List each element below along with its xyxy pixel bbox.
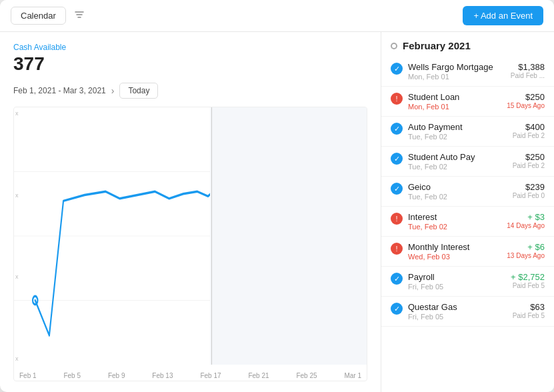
transaction-amount: + $2,752 <box>511 272 545 282</box>
transaction-right: $25015 Days Ago <box>507 92 545 109</box>
transaction-details: GeicoTue, Feb 02 <box>408 182 507 201</box>
chart-svg <box>14 107 367 365</box>
check-icon: ✓ <box>391 273 403 285</box>
alert-icon: ! <box>391 243 403 255</box>
nav-forward-button[interactable]: › <box>111 85 115 96</box>
transaction-status: Paid Feb 2 <box>513 162 545 169</box>
transaction-right: $239Paid Feb 0 <box>513 182 545 199</box>
transaction-name: Wells Fargo Mortgage <box>408 62 505 72</box>
transaction-status: Paid Feb ... <box>511 72 545 79</box>
left-panel: Cash Available 377 Feb 1, 2021 - Mar 3, … <box>0 32 381 392</box>
transaction-amount: $63 <box>530 302 545 312</box>
transaction-status: Paid Feb 2 <box>513 132 545 139</box>
transaction-item[interactable]: ✓Questar GasFri, Feb 05$63Paid Feb 5 <box>381 297 554 327</box>
main-content: Cash Available 377 Feb 1, 2021 - Mar 3, … <box>0 32 554 392</box>
transaction-status: 15 Days Ago <box>507 102 545 109</box>
cash-label: Cash Available <box>13 43 367 52</box>
transaction-details: Questar GasFri, Feb 05 <box>408 302 507 321</box>
transaction-details: PayrollFri, Feb 05 <box>408 272 505 291</box>
right-panel: February 2021 ✓Wells Fargo MortgageMon, … <box>381 32 554 392</box>
x-label: Feb 21 <box>248 372 269 379</box>
transaction-name: Questar Gas <box>408 302 507 312</box>
transaction-amount: $400 <box>525 122 545 132</box>
check-icon: ✓ <box>391 63 403 75</box>
month-header: February 2021 <box>381 32 554 57</box>
chart-area: Today x x x x <box>13 107 367 381</box>
transaction-item[interactable]: !Monthly InterestWed, Feb 03+ $613 Days … <box>381 237 554 267</box>
transaction-amount: $250 <box>525 152 545 162</box>
transaction-date: Fri, Feb 05 <box>408 313 507 321</box>
transaction-details: Student Auto PayTue, Feb 02 <box>408 152 507 171</box>
transaction-item[interactable]: !Student LoanMon, Feb 01$25015 Days Ago <box>381 87 554 117</box>
transaction-amount: $1,388 <box>518 62 545 72</box>
transaction-name: Student Auto Pay <box>408 152 507 162</box>
transaction-status: Paid Feb 5 <box>513 312 545 319</box>
transaction-details: Monthly InterestWed, Feb 03 <box>408 242 501 261</box>
transaction-date: Tue, Feb 02 <box>408 193 507 201</box>
transaction-date: Mon, Feb 01 <box>408 103 501 111</box>
cash-amount: 377 <box>13 53 45 74</box>
transaction-details: Auto PaymentTue, Feb 02 <box>408 122 507 141</box>
transaction-amount: $250 <box>525 92 545 102</box>
transaction-right: + $613 Days Ago <box>507 242 545 259</box>
filter-icon[interactable] <box>71 7 87 25</box>
today-line <box>211 107 212 365</box>
today-button[interactable]: Today <box>119 83 158 99</box>
transaction-right: + $2,752Paid Feb 5 <box>511 272 545 289</box>
x-label: Feb 17 <box>200 372 221 379</box>
alert-icon: ! <box>391 93 403 105</box>
month-title: February 2021 <box>403 40 471 51</box>
transaction-status: 13 Days Ago <box>507 252 545 259</box>
x-label: Feb 5 <box>63 372 81 379</box>
transaction-date: Tue, Feb 02 <box>408 133 507 141</box>
transaction-name: Payroll <box>408 272 505 282</box>
transaction-date: Tue, Feb 02 <box>408 223 501 231</box>
transaction-right: $63Paid Feb 5 <box>513 302 545 319</box>
transaction-name: Monthly Interest <box>408 242 501 252</box>
transaction-right: $1,388Paid Feb ... <box>511 62 545 79</box>
add-event-button[interactable]: + Add an Event <box>463 6 543 25</box>
x-axis-labels: Feb 1 Feb 5 Feb 9 Feb 13 Feb 17 Feb 21 F… <box>14 371 367 381</box>
transaction-item[interactable]: ✓PayrollFri, Feb 05+ $2,752Paid Feb 5 <box>381 267 554 297</box>
top-bar: Calendar + Add an Event <box>0 0 554 32</box>
x-label: Feb 13 <box>152 372 173 379</box>
x-label: Feb 25 <box>296 372 317 379</box>
check-icon: ✓ <box>391 123 403 135</box>
transaction-right: $250Paid Feb 2 <box>513 152 545 169</box>
transaction-item[interactable]: ✓GeicoTue, Feb 02$239Paid Feb 0 <box>381 177 554 207</box>
cash-value: 377 <box>13 53 367 75</box>
x-label: Mar 1 <box>344 372 361 379</box>
transaction-item[interactable]: ✓Wells Fargo MortgageMon, Feb 01$1,388Pa… <box>381 57 554 87</box>
app-window: Calendar + Add an Event Cash Available 3… <box>0 0 554 392</box>
transaction-right: + $314 Days Ago <box>507 212 545 229</box>
transaction-amount: + $6 <box>527 242 545 252</box>
date-range: Feb 1, 2021 - Mar 3, 2021 <box>13 86 106 95</box>
alert-icon: ! <box>391 213 403 225</box>
transaction-amount: $239 <box>525 182 545 192</box>
month-circle-icon <box>391 43 397 49</box>
transaction-amount: + $3 <box>527 212 545 222</box>
transaction-date: Mon, Feb 01 <box>408 73 505 81</box>
x-label: Feb 1 <box>19 372 37 379</box>
calendar-tab[interactable]: Calendar <box>11 7 66 25</box>
transaction-date: Fri, Feb 05 <box>408 283 505 291</box>
transaction-status: 14 Days Ago <box>507 222 545 229</box>
date-nav: Feb 1, 2021 - Mar 3, 2021 › Today <box>13 83 367 99</box>
transaction-details: Student LoanMon, Feb 01 <box>408 92 501 111</box>
transaction-name: Geico <box>408 182 507 192</box>
check-icon: ✓ <box>391 303 403 315</box>
transaction-date: Wed, Feb 03 <box>408 253 501 261</box>
transaction-details: InterestTue, Feb 02 <box>408 212 501 231</box>
transaction-right: $400Paid Feb 2 <box>513 122 545 139</box>
top-bar-left: Calendar <box>11 7 87 25</box>
transaction-details: Wells Fargo MortgageMon, Feb 01 <box>408 62 505 81</box>
transaction-item[interactable]: ✓Student Auto PayTue, Feb 02$250Paid Feb… <box>381 147 554 177</box>
transaction-date: Tue, Feb 02 <box>408 163 507 171</box>
transaction-name: Student Loan <box>408 92 501 102</box>
transaction-item[interactable]: ✓Auto PaymentTue, Feb 02$400Paid Feb 2 <box>381 117 554 147</box>
transaction-name: Auto Payment <box>408 122 507 132</box>
transaction-item[interactable]: !InterestTue, Feb 02+ $314 Days Ago <box>381 207 554 237</box>
transaction-status: Paid Feb 5 <box>513 282 545 289</box>
x-label: Feb 9 <box>108 372 125 379</box>
transaction-status: Paid Feb 0 <box>513 192 545 199</box>
